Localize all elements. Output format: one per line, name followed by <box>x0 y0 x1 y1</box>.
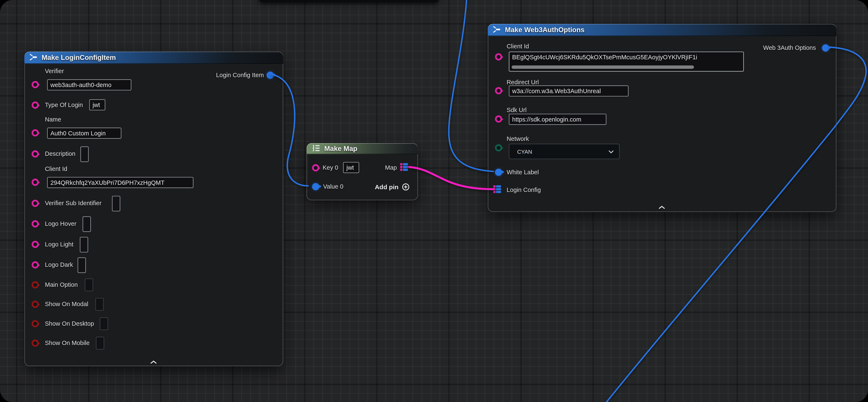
node-title: Make Web3AuthOptions <box>505 26 585 34</box>
pin-label-client-id: Client Id <box>45 165 67 172</box>
pin-label-logo-light: Logo Light <box>45 241 73 248</box>
pin-main-option[interactable] <box>32 281 39 288</box>
client-id-input[interactable]: BEglQSgt4cUWcj6SKRdu5QkOXTsePmMcusG5EAoy… <box>509 52 744 71</box>
verifier-sub-identifier-input[interactable] <box>112 196 120 211</box>
pin-description[interactable] <box>32 150 39 157</box>
pin-label-main-option: Main Option <box>45 281 78 288</box>
network-dropdown-value: CYAN <box>517 148 532 154</box>
pin-verifier-sub-identifier[interactable] <box>32 200 39 207</box>
pin-label-type-of-login: Type Of Login <box>45 102 83 108</box>
pin-logo-light[interactable] <box>32 241 39 248</box>
blueprint-graph-canvas[interactable]: Make LoginConfigItem Verifier web3auth-a… <box>0 0 868 402</box>
pin-label-client-id: Client Id <box>507 43 529 50</box>
output-label-login-config-item: Login Config Item <box>216 71 264 78</box>
chevron-up-icon <box>658 205 666 210</box>
pin-label-logo-dark: Logo Dark <box>45 261 73 268</box>
redirect-url-input[interactable]: w3a://com.w3a.Web3AuthUnreal <box>509 85 628 96</box>
key-0-input[interactable]: jwt <box>343 162 359 173</box>
main-option-checkbox[interactable] <box>85 279 93 291</box>
pin-show-on-desktop[interactable] <box>32 320 39 327</box>
node-title: Make Map <box>324 145 358 153</box>
collapse-node-button[interactable] <box>658 202 666 212</box>
output-label-web3auth-options: Web 3Auth Options <box>763 45 816 51</box>
pin-verifier[interactable] <box>32 81 39 88</box>
logo-dark-input[interactable] <box>78 257 86 273</box>
blueprint-stage: Make LoginConfigItem Verifier web3auth-a… <box>0 0 868 402</box>
wire-offscreen-top-to-white-label[interactable] <box>449 0 493 171</box>
show-on-modal-checkbox[interactable] <box>95 298 104 311</box>
node-header-make-loginconfigitem[interactable]: Make LoginConfigItem <box>24 52 283 64</box>
pin-type-of-login[interactable] <box>32 102 39 109</box>
node-make-web3authoptions[interactable]: Make Web3AuthOptions Client Id BEglQSgt4… <box>488 24 836 212</box>
pin-label-show-on-desktop: Show On Desktop <box>45 320 94 327</box>
pin-logo-hover[interactable] <box>32 220 39 228</box>
collapse-node-button[interactable] <box>150 357 157 367</box>
show-on-desktop-checkbox[interactable] <box>100 317 108 330</box>
pin-client-id[interactable] <box>495 53 502 60</box>
pin-label-show-on-modal: Show On Modal <box>45 301 88 307</box>
struct-node-icon <box>493 25 501 35</box>
chevron-down-icon <box>608 149 614 153</box>
verifier-input[interactable]: web3auth-auth0-demo <box>47 79 131 90</box>
pin-white-label[interactable] <box>495 168 502 176</box>
offscreen-node-fragment[interactable] <box>259 0 439 2</box>
pin-label-white-label: White Label <box>507 169 539 175</box>
show-on-mobile-checkbox[interactable] <box>96 337 104 350</box>
pin-key-0[interactable] <box>312 164 319 171</box>
client-id-input[interactable]: 294QRkchfq2YaXUbPri7D6PH7xzHgQMT <box>47 177 193 188</box>
pin-label-value-0: Value 0 <box>323 183 343 190</box>
pin-label-description: Description <box>45 150 75 157</box>
node-header-make-web3authoptions[interactable]: Make Web3AuthOptions <box>488 24 836 36</box>
pin-login-config[interactable] <box>493 185 501 193</box>
pin-label-logo-hover: Logo Hover <box>45 220 76 227</box>
add-pin-icon <box>402 183 410 191</box>
pin-show-on-mobile[interactable] <box>32 340 39 347</box>
pin-label-network: Network <box>507 135 529 142</box>
chevron-up-icon <box>150 360 157 364</box>
description-input[interactable] <box>81 147 89 162</box>
node-title: Make LoginConfigItem <box>41 54 116 62</box>
pin-label-verifier-sub-identifier: Verifier Sub Identifier <box>45 200 101 206</box>
pin-show-on-modal[interactable] <box>32 301 39 308</box>
pin-label-sdk-url: Sdk Url <box>507 107 527 113</box>
pin-label-show-on-mobile: Show On Mobile <box>45 340 90 346</box>
output-label-map: Map <box>385 164 397 171</box>
pin-logo-dark[interactable] <box>32 261 39 268</box>
pin-label-name: Name <box>45 116 61 122</box>
pin-value-0[interactable] <box>312 183 319 190</box>
network-dropdown[interactable]: CYAN <box>509 144 620 159</box>
name-input[interactable]: Auth0 Custom Login <box>47 127 121 139</box>
map-container-icon <box>312 144 320 153</box>
pin-client-id[interactable] <box>32 179 39 186</box>
pin-label-verifier: Verifier <box>45 68 64 75</box>
logo-hover-input[interactable] <box>83 217 91 232</box>
struct-node-icon <box>29 53 38 63</box>
logo-light-input[interactable] <box>80 237 88 253</box>
pin-output-map[interactable] <box>400 163 408 171</box>
pin-label-login-config: Login Config <box>507 186 541 193</box>
pin-sdk-url[interactable] <box>495 115 502 122</box>
pin-name[interactable] <box>32 129 39 137</box>
node-make-loginconfigitem[interactable]: Make LoginConfigItem Verifier web3auth-a… <box>24 52 283 366</box>
pin-network[interactable] <box>495 144 502 151</box>
pin-output-web3auth-options[interactable] <box>822 44 829 51</box>
client-id-hscrollbar[interactable] <box>512 65 694 69</box>
node-make-map[interactable]: Make Map Key 0 jwt Map Value 0 Add pin <box>307 143 418 200</box>
type-of-login-input[interactable]: jwt <box>89 99 105 110</box>
node-header-make-map[interactable]: Make Map <box>307 143 418 154</box>
sdk-url-input[interactable]: https://sdk.openlogin.com <box>509 114 606 125</box>
pin-label-key-0: Key 0 <box>323 164 338 171</box>
add-pin-button[interactable]: Add pin <box>375 183 410 191</box>
pin-redirect-url[interactable] <box>495 87 502 94</box>
pin-label-redirect-url: Redirect Url <box>507 79 539 86</box>
